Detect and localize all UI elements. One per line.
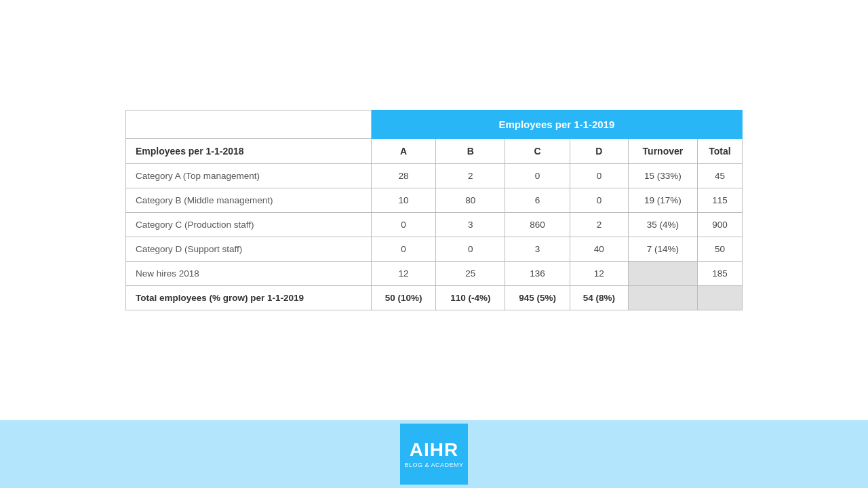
table-body: Category A (Top management)2820015 (33%)… bbox=[126, 164, 743, 310]
top-header-employees-2019: Employees per 1-1-2019 bbox=[371, 110, 742, 139]
main-content: Employees per 1-1-2019 Employees per 1-1… bbox=[0, 0, 868, 420]
cell-b-1: 80 bbox=[436, 188, 505, 213]
logo-box: AIHR BLOG & ACADEMY bbox=[400, 424, 468, 485]
table-row: Category A (Top management)2820015 (33%)… bbox=[126, 164, 743, 188]
cell-turnover-3: 7 (14%) bbox=[628, 237, 697, 262]
employees-table: Employees per 1-1-2019 Employees per 1-1… bbox=[125, 110, 743, 310]
cell-total-5 bbox=[698, 286, 743, 310]
row-label-1: Category B (Middle management) bbox=[126, 188, 372, 213]
cell-b-2: 3 bbox=[436, 213, 505, 237]
sub-header-col-b: B bbox=[436, 139, 505, 164]
cell-d-5: 54 (8%) bbox=[570, 286, 629, 310]
top-header-empty bbox=[126, 110, 372, 139]
table-header-sub: Employees per 1-1-2018 A B C D Turnover … bbox=[126, 139, 743, 164]
cell-c-5: 945 (5%) bbox=[505, 286, 570, 310]
cell-b-4: 25 bbox=[436, 262, 505, 286]
sub-header-col-turnover: Turnover bbox=[628, 139, 697, 164]
cell-d-3: 40 bbox=[570, 237, 629, 262]
cell-d-0: 0 bbox=[570, 164, 629, 188]
cell-a-5: 50 (10%) bbox=[371, 286, 436, 310]
sub-header-col-c: C bbox=[505, 139, 570, 164]
sub-header-col-d: D bbox=[570, 139, 629, 164]
sub-header-row-label: Employees per 1-1-2018 bbox=[126, 139, 372, 164]
cell-total-4: 185 bbox=[698, 262, 743, 286]
table-row: Total employees (% grow) per 1-1-201950 … bbox=[126, 286, 743, 310]
cell-c-0: 0 bbox=[505, 164, 570, 188]
table-row: New hires 2018122513612185 bbox=[126, 262, 743, 286]
cell-total-1: 115 bbox=[698, 188, 743, 213]
cell-a-2: 0 bbox=[371, 213, 436, 237]
footer-bar: AIHR BLOG & ACADEMY bbox=[0, 420, 868, 488]
table-header-top: Employees per 1-1-2019 bbox=[126, 110, 743, 139]
row-label-2: Category C (Production staff) bbox=[126, 213, 372, 237]
sub-header-col-a: A bbox=[371, 139, 436, 164]
cell-turnover-5 bbox=[628, 286, 697, 310]
row-label-4: New hires 2018 bbox=[126, 262, 372, 286]
cell-c-1: 6 bbox=[505, 188, 570, 213]
row-label-0: Category A (Top management) bbox=[126, 164, 372, 188]
cell-a-3: 0 bbox=[371, 237, 436, 262]
cell-total-3: 50 bbox=[698, 237, 743, 262]
cell-c-2: 860 bbox=[505, 213, 570, 237]
cell-total-0: 45 bbox=[698, 164, 743, 188]
cell-b-5: 110 (-4%) bbox=[436, 286, 505, 310]
table-row: Category C (Production staff)03860235 (4… bbox=[126, 213, 743, 237]
cell-b-3: 0 bbox=[436, 237, 505, 262]
cell-d-2: 2 bbox=[570, 213, 629, 237]
logo-main: AIHR bbox=[410, 439, 458, 461]
cell-a-4: 12 bbox=[371, 262, 436, 286]
cell-c-3: 3 bbox=[505, 237, 570, 262]
cell-a-1: 10 bbox=[371, 188, 436, 213]
row-label-5: Total employees (% grow) per 1-1-2019 bbox=[126, 286, 372, 310]
cell-turnover-0: 15 (33%) bbox=[628, 164, 697, 188]
table-row: Category D (Support staff)003407 (14%)50 bbox=[126, 237, 743, 262]
cell-turnover-2: 35 (4%) bbox=[628, 213, 697, 237]
cell-turnover-4 bbox=[628, 262, 697, 286]
sub-header-col-total: Total bbox=[698, 139, 743, 164]
cell-total-2: 900 bbox=[698, 213, 743, 237]
row-label-3: Category D (Support staff) bbox=[126, 237, 372, 262]
cell-d-1: 0 bbox=[570, 188, 629, 213]
cell-d-4: 12 bbox=[570, 262, 629, 286]
logo-subtitle: BLOG & ACADEMY bbox=[404, 461, 463, 470]
cell-turnover-1: 19 (17%) bbox=[628, 188, 697, 213]
table-row: Category B (Middle management)10806019 (… bbox=[126, 188, 743, 213]
cell-a-0: 28 bbox=[371, 164, 436, 188]
cell-b-0: 2 bbox=[436, 164, 505, 188]
cell-c-4: 136 bbox=[505, 262, 570, 286]
